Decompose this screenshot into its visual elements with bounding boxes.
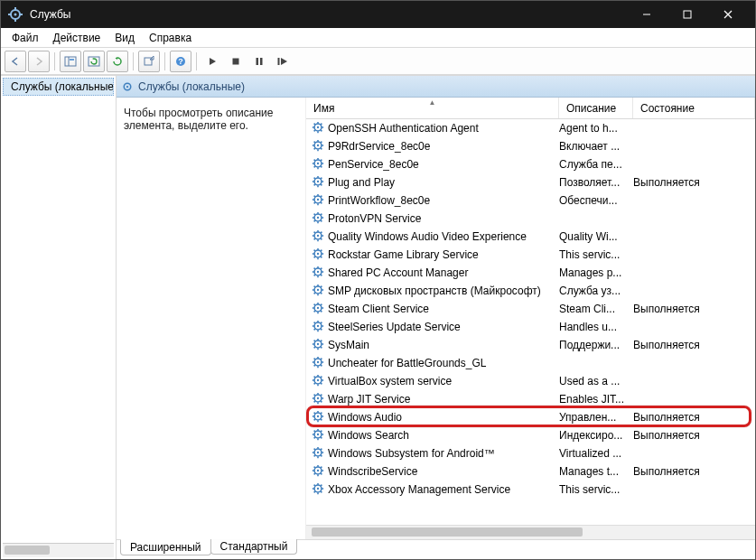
column-header-name[interactable]: Имя ▲ bbox=[306, 98, 559, 118]
service-name: WindscribeService bbox=[328, 465, 417, 478]
svg-point-127 bbox=[317, 306, 319, 308]
service-row[interactable]: Windows Subsystem for Android™Virtualize… bbox=[306, 444, 755, 462]
svg-line-182 bbox=[314, 394, 315, 395]
service-description: This servic... bbox=[559, 483, 633, 496]
service-list[interactable]: OpenSSH Authentication AgentAgent to h..… bbox=[306, 119, 755, 525]
menu-help[interactable]: Справка bbox=[142, 30, 199, 46]
svg-line-53 bbox=[321, 166, 322, 167]
service-row[interactable]: PrintWorkflow_8ec0eОбеспечи... bbox=[306, 191, 755, 210]
svg-point-147 bbox=[317, 342, 319, 344]
start-service-button[interactable] bbox=[201, 51, 223, 72]
svg-point-137 bbox=[317, 324, 319, 326]
svg-line-163 bbox=[321, 365, 322, 366]
svg-line-42 bbox=[314, 141, 315, 142]
tab-standard[interactable]: Стандартный bbox=[210, 539, 298, 555]
svg-rect-19 bbox=[257, 58, 259, 65]
svg-line-105 bbox=[321, 249, 322, 250]
svg-line-213 bbox=[321, 455, 322, 456]
toolbar: ? bbox=[1, 48, 755, 75]
service-row[interactable]: Shared PC Account ManagerManages p... bbox=[306, 264, 755, 282]
svg-line-173 bbox=[321, 383, 322, 384]
svg-line-63 bbox=[321, 184, 322, 185]
svg-line-183 bbox=[321, 401, 322, 402]
pause-service-button[interactable] bbox=[248, 51, 270, 72]
column-header-state[interactable]: Состояние bbox=[633, 98, 755, 118]
right-pane: Службы (локальные) Чтобы просмотреть опи… bbox=[117, 76, 755, 559]
tree-hscrollbar[interactable] bbox=[3, 543, 114, 557]
service-row[interactable]: WindscribeServiceManages t...Выполняется bbox=[306, 462, 755, 481]
tree-root-label: Службы (локальные) bbox=[11, 80, 114, 93]
refresh-button[interactable] bbox=[107, 51, 128, 72]
service-row[interactable]: Quality Windows Audio Video ExperienceQu… bbox=[306, 228, 755, 246]
nav-back-button[interactable] bbox=[5, 51, 26, 72]
service-row[interactable]: Rockstar Game Library ServiceThis servic… bbox=[306, 246, 755, 264]
menu-action[interactable]: Действие bbox=[46, 30, 108, 46]
svg-line-62 bbox=[314, 177, 315, 178]
service-name: Uncheater for BattleGrounds_GL bbox=[328, 357, 486, 369]
list-hscrollbar[interactable] bbox=[306, 525, 755, 539]
service-row[interactable]: Xbox Accessory Management ServiceThis se… bbox=[306, 481, 755, 499]
minimize-button[interactable] bbox=[626, 1, 667, 28]
service-description: Steam Cli... bbox=[559, 303, 633, 315]
service-row[interactable]: OpenSSH Authentication AgentAgent to h..… bbox=[306, 119, 755, 137]
service-row[interactable]: Warp JIT ServiceEnables JIT... bbox=[306, 390, 755, 408]
close-button[interactable] bbox=[707, 1, 748, 28]
stop-service-button[interactable] bbox=[225, 51, 247, 72]
svg-point-187 bbox=[317, 415, 319, 416]
service-row[interactable]: SysMainПоддержи...Выполняется bbox=[306, 336, 755, 354]
svg-line-125 bbox=[321, 285, 322, 286]
svg-line-54 bbox=[314, 166, 315, 167]
svg-rect-12 bbox=[70, 59, 74, 61]
service-row[interactable]: Windows AudioУправлен...Выполняется bbox=[306, 408, 755, 426]
svg-point-1 bbox=[14, 14, 17, 16]
services-app-icon bbox=[8, 7, 23, 22]
svg-line-202 bbox=[314, 430, 315, 431]
service-icon bbox=[312, 482, 324, 498]
maximize-button[interactable] bbox=[667, 1, 707, 28]
service-state: Выполняется bbox=[633, 303, 755, 315]
service-row[interactable]: P9RdrService_8ec0eВключает ... bbox=[306, 137, 755, 155]
svg-line-123 bbox=[321, 293, 322, 294]
svg-line-114 bbox=[314, 275, 315, 275]
restart-service-button[interactable] bbox=[272, 51, 294, 72]
service-description: Управлен... bbox=[559, 411, 633, 424]
export-button[interactable] bbox=[138, 51, 160, 72]
service-icon bbox=[312, 428, 324, 443]
service-name: PrintWorkflow_8ec0e bbox=[328, 194, 430, 207]
svg-line-74 bbox=[314, 202, 315, 203]
service-row[interactable]: ProtonVPN Service bbox=[306, 210, 755, 228]
help-button[interactable]: ? bbox=[170, 51, 191, 72]
svg-line-103 bbox=[321, 257, 322, 257]
svg-line-222 bbox=[314, 466, 315, 467]
service-icon bbox=[312, 157, 324, 173]
svg-point-25 bbox=[126, 85, 128, 87]
svg-line-112 bbox=[314, 267, 315, 268]
service-row[interactable]: Uncheater for BattleGrounds_GL bbox=[306, 354, 755, 372]
service-row[interactable]: Steam Client ServiceSteam Cli...Выполняе… bbox=[306, 300, 755, 318]
show-hide-tree-button[interactable] bbox=[60, 51, 81, 72]
refresh-list-button[interactable] bbox=[83, 51, 105, 72]
nav-forward-button[interactable] bbox=[28, 51, 50, 72]
menu-view[interactable]: Вид bbox=[107, 30, 142, 46]
svg-line-93 bbox=[321, 238, 322, 239]
service-row[interactable]: Windows SearchИндексиро...Выполняется bbox=[306, 426, 755, 444]
service-row[interactable]: Plug and PlayПозволяет...Выполняется bbox=[306, 173, 755, 191]
svg-line-95 bbox=[321, 231, 322, 232]
menu-file[interactable]: Файл bbox=[5, 30, 46, 46]
service-row[interactable]: SteelSeries Update ServiceHandles u... bbox=[306, 318, 755, 336]
service-row[interactable]: PenService_8ec0eСлужба пе... bbox=[306, 155, 755, 173]
service-description: Virtualized ... bbox=[559, 447, 633, 460]
menubar: Файл Действие Вид Справка bbox=[1, 28, 755, 48]
service-description: Manages t... bbox=[559, 465, 633, 478]
svg-line-64 bbox=[314, 184, 315, 185]
tree-root-item[interactable]: Службы (локальные) bbox=[3, 78, 114, 96]
svg-line-192 bbox=[314, 412, 315, 413]
svg-line-134 bbox=[314, 311, 315, 312]
service-icon bbox=[312, 266, 324, 281]
tab-extended[interactable]: Расширенный bbox=[120, 539, 211, 555]
svg-rect-18 bbox=[233, 58, 239, 64]
service-row[interactable]: SMP дисковых пространств (Майкрософт)Слу… bbox=[306, 282, 755, 300]
column-header-description[interactable]: Описание bbox=[559, 98, 633, 118]
body: Службы (локальные) Службы (локальные) Чт… bbox=[1, 75, 755, 559]
service-row[interactable]: VirtualBox system serviceUsed as a ... bbox=[306, 372, 755, 390]
